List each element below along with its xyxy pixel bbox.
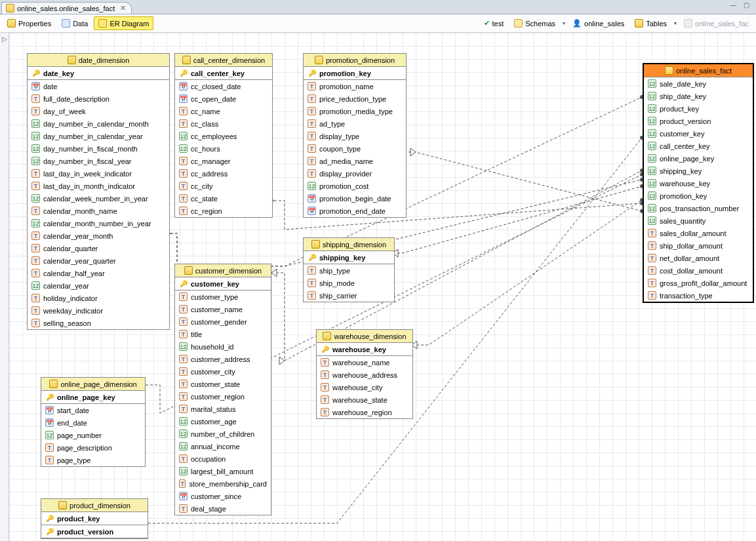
column[interactable]: 12sales_quantity [644,214,753,227]
ruler-handle[interactable]: ▷ [0,33,9,541]
entity-header[interactable]: customer_dimension [175,264,271,277]
column[interactable]: Tdeal_stage [175,502,271,515]
column[interactable]: 📅date [28,80,169,92]
column[interactable]: 12number_of_children [175,428,271,440]
column[interactable]: Tcc_region [175,205,272,217]
column-pk[interactable]: date_key [28,67,169,80]
column[interactable]: 📅customer_since [175,490,271,502]
column-pk[interactable]: product_key [41,512,148,525]
entity-warehouse-dimension[interactable]: warehouse_dimensionwarehouse_keyTwarehou… [316,329,413,419]
column-pk[interactable]: customer_key [175,277,271,291]
breadcrumb-test[interactable]: ✔ test [479,16,509,30]
column[interactable]: Tselling_season [28,317,169,329]
column[interactable]: Tpromotion_name [304,80,406,92]
column[interactable]: Tday_of_week [28,105,169,117]
column[interactable]: Tcalendar_year_month [28,230,169,242]
diagram-canvas[interactable]: date_dimensiondate_key📅dateTfull_date_de… [9,33,756,541]
tab-data[interactable]: Data [57,16,92,30]
column[interactable]: 12call_center_key [644,140,753,152]
column[interactable]: Tnet_dollar_amount [644,252,753,264]
column[interactable]: 12cc_hours [175,142,272,155]
window-controls[interactable]: — ▢ [730,1,752,9]
column[interactable]: Tcc_manager [175,155,272,167]
column[interactable]: 📅cc_closed_date [175,80,272,92]
column[interactable]: Tpromotion_media_type [304,105,406,117]
entity-header[interactable]: date_dimension [28,54,169,67]
column[interactable]: 12product_key [644,102,753,115]
column-pk[interactable]: warehouse_key [317,343,412,356]
column[interactable]: Tcc_class [175,117,272,130]
column[interactable]: Tship_carrier [304,289,394,302]
entity-header[interactable]: product_dimension [41,499,148,512]
entity-call-center-dimension[interactable]: call_center_dimensioncall_center_key📅cc_… [174,53,273,218]
column[interactable]: Twarehouse_city [317,381,412,393]
entity-header[interactable]: call_center_dimension [175,54,272,67]
column[interactable]: 12online_page_key [644,152,753,165]
column[interactable]: Tsales_dollar_amount [644,227,753,239]
chevron-down-icon[interactable]: ▾ [561,20,567,26]
entity-customer-dimension[interactable]: customer_dimensioncustomer_keyTcustomer_… [174,264,271,515]
column[interactable]: Twarehouse_region [317,406,412,418]
column[interactable]: Tdisplay_type [304,130,406,142]
column[interactable]: Tmarital_status [175,403,271,415]
column[interactable]: Tprice_reduction_type [304,92,406,105]
column[interactable]: 12product_version [644,115,753,127]
column[interactable]: Tcc_name [175,105,272,117]
column[interactable]: 12calendar_month_number_in_year [28,217,169,230]
column[interactable]: 12day_number_in_fiscal_year [28,155,169,167]
column[interactable]: 12shipping_key [644,165,753,177]
breadcrumb-online-sales[interactable]: 👤 online_sales [568,16,629,30]
entity-header[interactable]: online_sales_fact [644,64,753,77]
tab-properties[interactable]: Properties [3,16,56,30]
column[interactable]: Tship_type [304,264,394,277]
column-pk[interactable]: product_version [41,525,148,538]
column[interactable]: 12calendar_year [28,279,169,292]
column[interactable]: Tcalendar_month_name [28,205,169,217]
column[interactable]: Tdisplay_provider [304,167,406,180]
column[interactable]: Tcc_state [175,192,272,205]
column[interactable]: 12customer_key [644,127,753,140]
entity-promotion-dimension[interactable]: promotion_dimensionpromotion_keyTpromoti… [303,53,407,218]
column[interactable]: 12calendar_week_number_in_year [28,192,169,205]
column[interactable]: Tship_dollar_amount [644,239,753,252]
column[interactable]: Tcalendar_year_quarter [28,254,169,267]
column[interactable]: Tad_media_name [304,155,406,167]
column[interactable]: 12day_number_in_calendar_year [28,130,169,142]
entity-product-dimension[interactable]: product_dimensionproduct_keyproduct_vers… [41,498,148,539]
column[interactable]: 📅promotion_end_date [304,205,406,217]
column[interactable]: Twarehouse_name [317,356,412,369]
column[interactable]: Tpage_description [41,441,145,454]
editor-tab-online-sales-fact[interactable]: online_sales.online_sales_fact ✕ [1,2,132,14]
column[interactable]: 12pos_transaction_number [644,202,753,214]
entity-header[interactable]: shipping_dimension [304,238,394,251]
column[interactable]: 12promotion_key [644,190,753,202]
column[interactable]: Tad_type [304,117,406,130]
column[interactable]: Tlast_day_in_month_indicator [28,180,169,192]
column[interactable]: Tfull_date_description [28,92,169,105]
column[interactable]: 12promotion_cost [304,180,406,192]
column[interactable]: Tcc_city [175,180,272,192]
column[interactable]: 📅promotion_begin_date [304,192,406,205]
column[interactable]: Tship_mode [304,277,394,289]
entity-header[interactable]: warehouse_dimension [317,330,412,343]
column-pk[interactable]: promotion_key [304,67,406,80]
column[interactable]: Tcalendar_half_year [28,267,169,279]
column[interactable]: 12customer_age [175,415,271,428]
column[interactable]: Tstore_membership_card [175,477,271,490]
column[interactable]: 📅start_date [41,404,145,416]
entity-online-sales-fact[interactable]: online_sales_fact12sale_date_key12ship_d… [643,63,754,303]
column[interactable]: Tcustomer_type [175,291,271,303]
column[interactable]: 12day_number_in_calendar_month [28,117,169,130]
column-pk[interactable]: call_center_key [175,67,272,80]
entity-online-page-dimension[interactable]: online_page_dimensiononline_page_key📅sta… [41,377,146,467]
column[interactable]: Tweekday_indicator [28,304,169,317]
column[interactable]: 12annual_income [175,440,271,452]
column[interactable]: Tgross_profit_dollar_amount [644,277,753,289]
column[interactable]: Tcustomer_city [175,365,271,378]
column[interactable]: Tcost_dollar_amount [644,264,753,277]
column[interactable]: 12largest_bill_amount [175,465,271,477]
column[interactable]: Tcalendar_quarter [28,242,169,254]
breadcrumb-tables[interactable]: Tables [630,16,671,30]
entity-date-dimension[interactable]: date_dimensiondate_key📅dateTfull_date_de… [27,53,170,330]
column[interactable]: 12ship_date_key [644,90,753,102]
